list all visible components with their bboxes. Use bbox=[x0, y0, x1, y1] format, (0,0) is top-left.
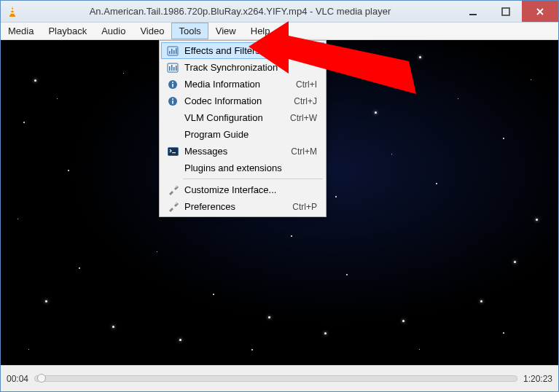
svg-point-24 bbox=[175, 186, 177, 188]
svg-rect-20 bbox=[172, 101, 173, 104]
menu-item-accel: Ctrl+J bbox=[294, 96, 321, 106]
menu-item-track-sync[interactable]: Track Synchronization bbox=[161, 59, 324, 76]
svg-rect-15 bbox=[176, 66, 177, 71]
menu-item-accel: Ctrl+E bbox=[292, 46, 321, 56]
terminal-icon bbox=[164, 147, 181, 156]
close-button[interactable] bbox=[522, 1, 558, 22]
menu-item-codec-info[interactable]: Codec Information Ctrl+J bbox=[161, 93, 324, 109]
menu-item-label: Media Information bbox=[181, 79, 296, 90]
vlc-cone-icon bbox=[7, 6, 18, 17]
menu-item-label: Customize Interface... bbox=[181, 184, 317, 195]
time-elapsed[interactable]: 00:04 bbox=[7, 374, 28, 384]
time-total[interactable]: 1:20:23 bbox=[523, 374, 552, 384]
svg-rect-4 bbox=[469, 14, 477, 15]
menu-help[interactable]: Help bbox=[243, 23, 278, 39]
svg-rect-13 bbox=[171, 65, 173, 71]
menu-video[interactable]: Video bbox=[133, 23, 171, 39]
window-title: An.American.Tail.1986.720p.BluRay.x264.Y… bbox=[24, 6, 456, 17]
menu-audio[interactable]: Audio bbox=[94, 23, 133, 39]
svg-rect-14 bbox=[173, 67, 175, 71]
menu-playback[interactable]: Playback bbox=[41, 23, 94, 39]
svg-rect-10 bbox=[176, 48, 177, 54]
svg-rect-8 bbox=[171, 49, 173, 54]
menu-item-label: Track Synchronization bbox=[181, 62, 317, 73]
window-controls bbox=[456, 1, 558, 22]
seek-bar: 00:04 1:20:23 bbox=[1, 365, 558, 391]
svg-point-18 bbox=[172, 82, 173, 83]
equalizer-icon bbox=[164, 46, 181, 56]
info-icon bbox=[164, 79, 181, 90]
titlebar: An.American.Tail.1986.720p.BluRay.x264.Y… bbox=[1, 1, 558, 23]
svg-rect-22 bbox=[168, 147, 178, 155]
menu-item-label: Effects and Filters bbox=[181, 45, 292, 56]
menu-item-program-guide[interactable]: Program Guide bbox=[161, 126, 324, 143]
svg-point-25 bbox=[175, 203, 177, 205]
menu-item-label: Program Guide bbox=[181, 129, 317, 140]
menu-item-plugins[interactable]: Plugins and extensions bbox=[161, 160, 324, 176]
seek-track[interactable] bbox=[34, 375, 517, 382]
svg-rect-9 bbox=[173, 50, 175, 54]
svg-point-21 bbox=[172, 98, 173, 100]
maximize-button[interactable] bbox=[489, 1, 522, 22]
menu-item-accel: Ctrl+P bbox=[292, 202, 321, 212]
svg-rect-5 bbox=[502, 8, 509, 15]
menu-item-label: VLM Configuration bbox=[181, 112, 290, 123]
menu-item-accel: Ctrl+I bbox=[296, 79, 321, 90]
info-icon bbox=[164, 96, 181, 106]
svg-marker-0 bbox=[10, 7, 15, 15]
menu-item-media-info[interactable]: Media Information Ctrl+I bbox=[161, 76, 324, 93]
app-window: An.American.Tail.1986.720p.BluRay.x264.Y… bbox=[0, 0, 559, 392]
svg-rect-7 bbox=[169, 51, 171, 54]
menu-item-preferences[interactable]: Preferences Ctrl+P bbox=[161, 198, 324, 215]
svg-rect-1 bbox=[9, 15, 15, 17]
svg-rect-23 bbox=[172, 152, 176, 153]
menu-item-vlm-config[interactable]: VLM Configuration Ctrl+W bbox=[161, 109, 324, 126]
menu-bar: Media Playback Audio Video Tools View He… bbox=[1, 23, 558, 40]
equalizer-icon bbox=[164, 63, 181, 73]
tools-dropdown: Effects and Filters Ctrl+E Track Synchro… bbox=[159, 40, 327, 217]
menu-item-label: Plugins and extensions bbox=[181, 162, 317, 173]
menu-item-accel: Ctrl+M bbox=[291, 146, 321, 157]
menu-media[interactable]: Media bbox=[1, 23, 41, 39]
menu-item-messages[interactable]: Messages Ctrl+M bbox=[161, 143, 324, 160]
menu-item-effects-filters[interactable]: Effects and Filters Ctrl+E bbox=[161, 42, 324, 59]
svg-rect-12 bbox=[169, 66, 171, 71]
seek-knob[interactable] bbox=[37, 374, 46, 383]
menu-item-label: Messages bbox=[181, 146, 291, 157]
menu-item-label: Preferences bbox=[181, 201, 292, 212]
menu-separator bbox=[183, 179, 323, 179]
minimize-button[interactable] bbox=[456, 1, 489, 22]
svg-rect-2 bbox=[11, 9, 14, 11]
tools-icon bbox=[164, 201, 181, 212]
menu-view[interactable]: View bbox=[208, 23, 243, 39]
menu-item-accel: Ctrl+W bbox=[290, 113, 321, 123]
menu-item-customize-interface[interactable]: Customize Interface... bbox=[161, 181, 324, 198]
tools-icon bbox=[164, 184, 181, 195]
menu-item-label: Codec Information bbox=[181, 95, 294, 106]
menu-tools[interactable]: Tools bbox=[171, 23, 208, 39]
svg-rect-17 bbox=[172, 84, 173, 87]
svg-rect-3 bbox=[10, 12, 14, 14]
